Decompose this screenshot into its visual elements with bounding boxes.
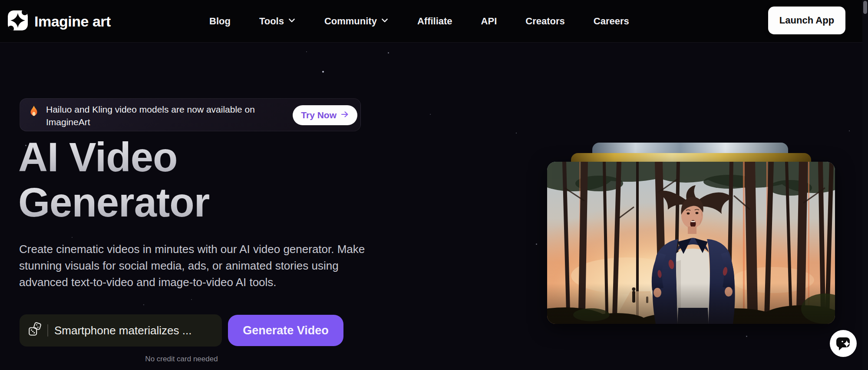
prompt-input[interactable] xyxy=(54,324,214,337)
star-speck xyxy=(430,114,431,115)
star-speck xyxy=(72,237,73,238)
banner-message: Hailuo and Kling video models are now av… xyxy=(46,103,290,128)
scrollbar-track xyxy=(862,0,868,370)
nav-item-careers[interactable]: Careers xyxy=(594,16,629,27)
nav-item-affiliate[interactable]: Affiliate xyxy=(417,16,452,27)
nav-item-blog[interactable]: Blog xyxy=(209,16,231,27)
main-nav: Blog Tools Community Affiliate API xyxy=(209,0,629,43)
nav-item-community[interactable]: Community xyxy=(324,16,389,27)
hero-description: Create cinematic videos in minutes with … xyxy=(19,241,371,290)
page-title-line1: AI Video xyxy=(18,135,209,180)
hero-video-still xyxy=(547,162,835,324)
star-speck xyxy=(143,304,144,305)
launch-app-button[interactable]: Launch App xyxy=(768,7,845,34)
fire-icon xyxy=(29,105,39,119)
star-speck xyxy=(322,71,324,73)
announcement-banner: Hailuo and Kling video models are now av… xyxy=(20,98,361,131)
scrollbar-thumb[interactable] xyxy=(863,1,867,14)
star-speck xyxy=(849,130,850,131)
star-speck xyxy=(306,51,307,52)
brand-logo[interactable]: Imagine art xyxy=(8,10,111,32)
star-speck xyxy=(746,336,747,337)
nav-item-tools[interactable]: Tools xyxy=(259,16,296,27)
star-speck xyxy=(388,52,389,53)
chat-widget-button[interactable] xyxy=(829,330,857,357)
star-speck xyxy=(191,299,192,300)
chat-sparkle-icon xyxy=(829,352,857,359)
star-speck xyxy=(516,133,517,133)
page-title-line2: Generator xyxy=(18,180,209,225)
forest-scene-illustration xyxy=(547,162,835,324)
dice-icon[interactable] xyxy=(27,322,43,339)
landing-page: Imagine art Blog Tools Community Affilia… xyxy=(0,0,868,370)
prompt-divider xyxy=(47,324,48,337)
chevron-down-icon xyxy=(288,16,296,27)
try-now-button[interactable]: Try Now xyxy=(293,105,357,125)
star-speck xyxy=(536,243,537,245)
no-credit-card-note: No credit card needed xyxy=(20,355,343,363)
sparkle-logo-icon xyxy=(8,10,28,32)
arrow-right-icon xyxy=(340,110,349,121)
nav-item-creators[interactable]: Creators xyxy=(525,16,564,27)
brand-name: Imagine art xyxy=(34,13,111,30)
nav-item-api[interactable]: API xyxy=(481,16,497,27)
chevron-down-icon xyxy=(381,16,389,27)
header: Imagine art Blog Tools Community Affilia… xyxy=(0,0,868,43)
page-title: AI Video Generator xyxy=(18,135,209,225)
generate-video-button[interactable]: Generate Video xyxy=(228,315,343,346)
prompt-field[interactable] xyxy=(20,314,222,347)
